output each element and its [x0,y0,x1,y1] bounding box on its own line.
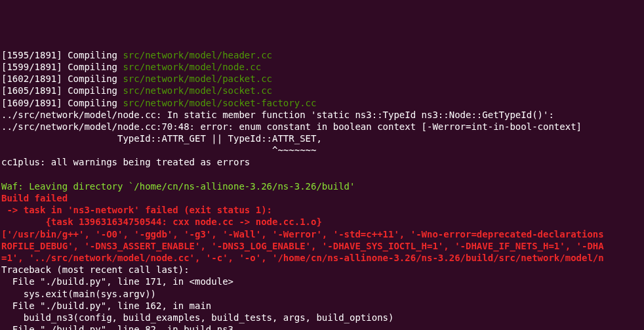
terminal-line: ../src/network/model/node.cc: In static … [1,109,643,121]
terminal-text: sys.exit(main(sys.argv)) [1,289,156,299]
terminal-output[interactable]: [1595/1891] Compiling src/network/model/… [1,49,643,330]
terminal-text: cc1plus: all warnings being treated as e… [1,157,250,167]
terminal-text: Traceback (most recent call last): [1,264,190,275]
terminal-line: [1599/1891] Compiling src/network/model/… [1,61,643,73]
terminal-line: Build failed [1,192,643,204]
terminal-text: =1', '../src/network/model/node.cc', '-c… [1,253,604,263]
terminal-text: ^~~~~~~~ [1,145,316,155]
terminal-text: [1609/1891] Compiling [1,98,123,108]
terminal-line: ^~~~~~~~ [1,144,643,156]
terminal-text: src/network/model/header.cc [123,50,272,60]
terminal-text: ../src/network/model/node.cc: In static … [1,110,554,120]
terminal-line: TypeId::ATTR_GET || TypeId::ATTR_SET, [1,133,643,144]
terminal-line: sys.exit(main(sys.argv)) [1,288,643,300]
terminal-line: [1605/1891] Compiling src/network/model/… [1,85,643,96]
terminal-line: File "./build.py", line 162, in main [1,300,643,312]
terminal-text: src/network/model/socket-factory.cc [123,98,316,108]
terminal-line: cc1plus: all warnings being treated as e… [1,156,643,168]
terminal-text: [1595/1891] Compiling [1,50,123,60]
terminal-text: -> task in 'ns3-network' failed (exit st… [1,205,272,215]
terminal-line: ../src/network/model/node.cc:70:48: erro… [1,121,643,133]
terminal-line: =1', '../src/network/model/node.cc', '-c… [1,252,643,264]
terminal-text: src/network/model/node.cc [123,62,261,72]
terminal-line: [1609/1891] Compiling src/network/model/… [1,97,643,109]
terminal-text: src/network/model/socket.cc [123,85,272,96]
terminal-text: ['/usr/bin/g++', '-O0', '-ggdb', '-g3', … [1,229,604,239]
terminal-text: TypeId::ATTR_GET || TypeId::ATTR_SET, [1,133,322,144]
terminal-text: src/network/model/packet.cc [123,73,272,84]
terminal-line: -> task in 'ns3-network' failed (exit st… [1,204,643,216]
terminal-text: File "./build.py", line 171, in <module> [1,276,233,287]
terminal-text: ROFILE_DEBUG', '-DNS3_ASSERT_ENABLE', '-… [1,241,604,251]
terminal-line: ROFILE_DEBUG', '-DNS3_ASSERT_ENABLE', '-… [1,240,643,252]
terminal-line: [1602/1891] Compiling src/network/model/… [1,73,643,85]
terminal-line: File "./build.py", line 171, in <module> [1,276,643,287]
terminal-text: [1602/1891] Compiling [1,73,123,84]
terminal-text: Build failed [1,193,68,203]
terminal-line: Waf: Leaving directory `/home/cn/ns-alli… [1,180,643,192]
terminal-text: {task 139631634750544: cxx node.cc -> no… [1,217,322,227]
terminal-text: File "./build.py", line 82, in build_ns3 [1,324,233,330]
terminal-line [1,169,643,180]
terminal-text: build_ns3(config, build_examples, build_… [1,312,393,323]
terminal-text: Waf: Leaving directory `/home/cn/ns-alli… [1,181,355,192]
terminal-line: build_ns3(config, build_examples, build_… [1,312,643,323]
terminal-text: ../src/network/model/node.cc:70:48: erro… [1,121,582,132]
terminal-text: [1605/1891] Compiling [1,85,123,96]
terminal-text: File "./build.py", line 162, in main [1,300,211,311]
terminal-line: Traceback (most recent call last): [1,264,643,276]
terminal-text: [1599/1891] Compiling [1,62,123,72]
terminal-text [1,169,7,180]
terminal-line: File "./build.py", line 82, in build_ns3 [1,323,643,330]
terminal-line: ['/usr/bin/g++', '-O0', '-ggdb', '-g3', … [1,228,643,240]
terminal-line: [1595/1891] Compiling src/network/model/… [1,49,643,61]
terminal-line: {task 139631634750544: cxx node.cc -> no… [1,216,643,228]
